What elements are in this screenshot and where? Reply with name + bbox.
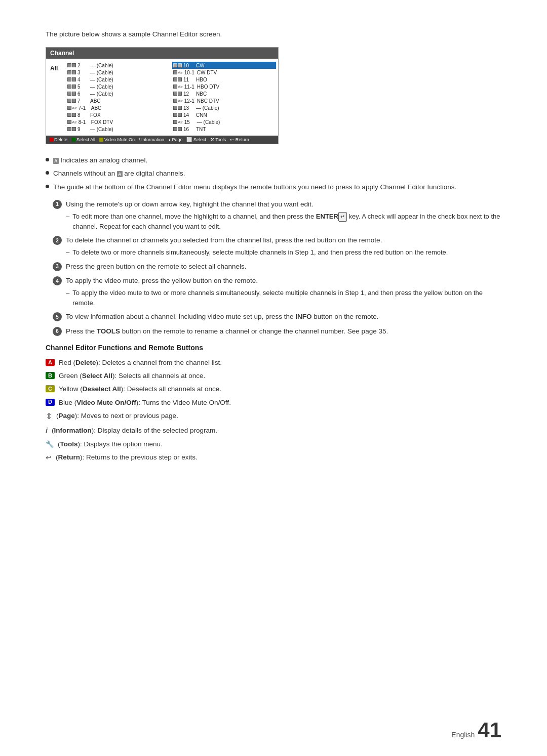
sq-icon (173, 120, 177, 124)
section-heading: Channel Editor Functions and Remote Butt… (46, 344, 501, 352)
legend-green-icon: B (46, 372, 55, 379)
legend-blue-icon: D (46, 399, 55, 406)
ch-num: 7 (77, 98, 89, 104)
sq-icon (67, 120, 71, 124)
footer-english-label: English (451, 731, 475, 739)
sq-icon2 (178, 63, 182, 67)
footer-btn-select: ⬜ Select (186, 137, 206, 142)
ch-name: ABC (90, 98, 101, 104)
channel-screen-body: All 2 — (Cable) 3 — (Cable) (46, 59, 278, 136)
step-item-1: 1 Using the remote's up or down arrow ke… (53, 199, 501, 231)
page-content: The picture below shows a sample Channel… (0, 0, 547, 507)
channel-row: 2 — (Cable) (66, 62, 170, 69)
step-sub-text-2: To delete two or more channels simultane… (72, 247, 448, 258)
legend-item-return: ↩ (Return): Returns to the previous step… (46, 452, 501, 463)
sq-icon2 (178, 113, 182, 117)
ch-name: ABC (91, 105, 102, 111)
sq-icon2 (72, 113, 76, 117)
bullet-text-digital: Channels without an A are digital channe… (53, 169, 185, 179)
ch-num: 12 (183, 91, 194, 97)
ch-num: 8 (77, 112, 89, 118)
step-number-2: 2 (53, 236, 62, 245)
info-icon: / Information (139, 137, 164, 142)
footer-page-number: 41 (478, 720, 501, 741)
ch-icon (67, 99, 76, 103)
ch-name: NBC DTV (197, 98, 219, 104)
footer-delete-label: Delete (54, 137, 67, 142)
step-main-6: Press the TOOLS button on the remote to … (66, 327, 388, 335)
legend-item-info: i (Information): Display details of the … (46, 426, 501, 436)
air-text: Air (178, 99, 183, 103)
legend-info-text: (Information): Display details of the se… (52, 426, 217, 436)
bold-information: Information (54, 427, 91, 434)
ch-icon: Air (173, 120, 183, 124)
bold-return: Return (58, 453, 81, 461)
ch-icon (67, 70, 76, 74)
footer-btn-tools: ⚒ Tools (210, 137, 226, 142)
step-main-5: To view information about a channel, inc… (66, 313, 379, 320)
channel-row: 13 — (Cable) (172, 104, 276, 111)
ch-num: 3 (77, 70, 89, 75)
ch-num: 5 (77, 84, 89, 90)
ch-icon: Air (173, 99, 183, 103)
ch-icon (173, 127, 182, 131)
ch-num: 4 (77, 77, 89, 82)
ch-icon (173, 106, 182, 110)
sq-icon (67, 92, 71, 96)
sq-icon (67, 85, 71, 89)
channel-all-label: All (48, 62, 66, 133)
bullet-dot (46, 171, 49, 175)
channel-row: 16 TNT (172, 125, 276, 133)
ch-icon: Air (173, 85, 183, 89)
sq-icon (173, 99, 177, 103)
select-icon: ⬜ Select (186, 137, 206, 142)
ch-name: FOX DTV (91, 119, 113, 125)
channel-row: 11 HBO (172, 76, 276, 83)
ch-icon: Air (67, 106, 77, 110)
footer-btn-page: ⬧ Page (168, 137, 183, 142)
ch-icon (173, 77, 182, 81)
ch-name: HBO DTV (197, 84, 219, 90)
step-sub-4: – To apply the video mute to two or more… (66, 288, 501, 308)
channel-columns: 2 — (Cable) 3 — (Cable) 4 — (Cable) (66, 62, 276, 133)
sq-icon (173, 127, 177, 131)
sq-icon2 (72, 77, 76, 81)
sq-icon (67, 70, 71, 74)
channel-row: 7 ABC (66, 97, 170, 104)
sq-icon (173, 92, 177, 96)
channel-row: Air 15 — (Cable) (172, 118, 276, 125)
ch-icon (67, 77, 76, 81)
bold-delete: Delete (75, 359, 96, 366)
channel-screen-footer: Delete Select All Video Mute On / Inform… (46, 136, 278, 144)
channel-screen: Channel All 2 — (Cable) 3 — (Cable) (46, 47, 279, 144)
ch-name: — (Cable) (90, 70, 113, 75)
step-content-6: Press the TOOLS button on the remote to … (66, 326, 501, 337)
tools-wrench-icon: 🔧 (46, 439, 54, 449)
step-content-3: Press the green button on the remote to … (66, 262, 501, 272)
ch-num: 15 (184, 119, 196, 125)
channel-row: Air 12-1 NBC DTV (172, 97, 276, 104)
tools-icon: ⚒ Tools (210, 137, 226, 142)
ch-icon (173, 113, 182, 117)
sq-icon (173, 106, 177, 110)
bullet-item-guide: The guide at the bottom of the Channel E… (46, 182, 501, 192)
legend-videomute-text: Blue (Video Mute On/Off): Turns the Vide… (59, 398, 231, 408)
ch-name: — (Cable) (90, 91, 113, 97)
channel-row-highlighted: 10 CW (172, 62, 276, 69)
channel-row: 4 — (Cable) (66, 76, 170, 83)
bullet-item-analog: A Indicates an analog channel. (46, 155, 501, 165)
legend-item-deselectall: C Yellow (Deselect All): Deselects all c… (46, 384, 501, 394)
step-number-3: 3 (53, 262, 62, 271)
step-main-2: To delete the channel or channels you se… (66, 236, 382, 244)
ch-icon (67, 92, 76, 96)
enter-label: ENTER (316, 213, 338, 220)
sq-icon2 (72, 63, 76, 67)
sq-icon (67, 127, 71, 131)
red-button-icon (49, 138, 53, 142)
sq-icon (67, 63, 71, 67)
channel-row: Air 7-1 ABC (66, 104, 170, 111)
ch-num: 10-1 (184, 70, 196, 75)
ch-icon (173, 92, 182, 96)
channel-row: Air 11-1 HBO DTV (172, 83, 276, 90)
ch-num: 8-1 (79, 119, 90, 125)
